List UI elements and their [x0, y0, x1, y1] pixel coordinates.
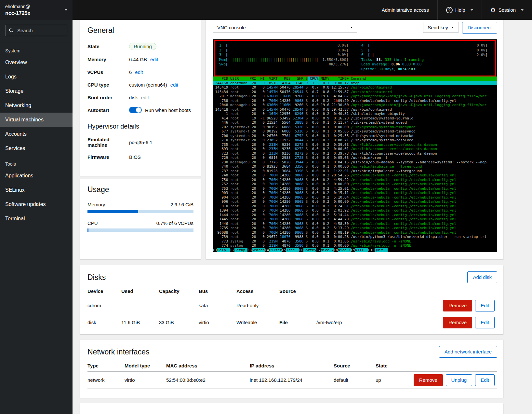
help-menu[interactable]: ? Help [438, 0, 482, 20]
admin-access-button[interactable]: Administrative access [373, 0, 437, 20]
field-value-cpu-type: custom (qemu64) [129, 82, 167, 88]
sidebar-item-services[interactable]: Services [0, 141, 73, 156]
search-input[interactable] [5, 25, 67, 36]
remove-button[interactable]: Remove [414, 374, 443, 386]
search-icon [9, 28, 13, 33]
network-interfaces-title: Network interfaces [87, 348, 149, 356]
autostart-toggle[interactable] [129, 107, 142, 113]
unplug-button[interactable]: Unplug [446, 374, 472, 386]
partial-card [80, 403, 503, 414]
htop-process-row: 904 root 20 0 700M 14280 9868 S 0.0 0.2 … [213, 195, 497, 200]
column-header-source: Source [334, 363, 376, 368]
htop-process-row: 903 root 20 0 700M 14280 9868 S 0.0 0.2 … [213, 191, 497, 195]
sidebar-item-networking[interactable]: Networking [0, 98, 73, 113]
sidebar-search [0, 20, 73, 42]
htop-process-row: 906 root 20 0 700M 14280 9868 S 0.0 0.2 … [213, 200, 497, 204]
field-value-memory: 6.44 GB [129, 57, 147, 62]
model-type-cell: virtio [125, 377, 166, 383]
remove-button[interactable]: Remove [443, 317, 472, 328]
sidebar-item-applications[interactable]: Applications [0, 169, 73, 183]
htop-process-row: 893 root 20 0 233M 9236 8272 S 0.0 0.2 0… [213, 147, 497, 151]
field-value-firmware: BIOS [129, 154, 141, 160]
htop-process-row: 750 root 20 0 700M 14280 9868 S 0.0 0.2 … [213, 178, 497, 182]
field-label-firmware: Firmware [87, 154, 129, 160]
htop-process-row: 708 systemd-n 20 0 26700 7704 6752 S 0.0… [213, 134, 497, 138]
field-label-emulated-machine: Emulated machine [87, 137, 129, 148]
network-interfaces-card: Network interfaces Add network interface… [80, 340, 503, 398]
htop-process-row: 735 root 20 0 233M 9236 8272 S 0.0 0.2 0… [213, 143, 497, 147]
send-key-dropdown[interactable]: Send key [423, 22, 459, 33]
edit-cpu-type-link[interactable]: edit [170, 82, 178, 88]
column-header-bus: Bus [199, 288, 236, 294]
host-name: ncc-1725x [5, 10, 30, 17]
add-disk-button[interactable]: Add disk [467, 271, 497, 283]
disk-row: disk11.6 GiB33 GiBvirtioWriteableFile/vm… [87, 314, 497, 331]
htop-process-row: 730 messagebu 20 0 7776 5028 3944 S 0.0 … [213, 160, 497, 165]
column-header-used: Used [121, 288, 159, 294]
field-label-cpu-type: CPU type [87, 82, 129, 88]
console-type-select[interactable]: VNC console [213, 22, 357, 33]
usage-card: Usage Memory 2.9 / 6 GiB CPU 0.7% of [80, 179, 201, 259]
bus-cell: sata [199, 303, 236, 308]
disks-card: Disks Add disk DeviceUsedCapacityBusAcce… [80, 265, 503, 334]
chevron-down-icon [65, 9, 67, 12]
chevron-down-icon [350, 27, 353, 29]
state-cell: up [376, 377, 414, 383]
chevron-down-icon [521, 9, 524, 12]
sidebar-item-overview[interactable]: Overview [0, 55, 73, 70]
console-card: VNC console Send key Disconnect [206, 20, 503, 259]
memory-progress-bar [87, 210, 193, 213]
edit-memory-link[interactable]: edit [150, 57, 158, 62]
edit-button[interactable]: Edit [475, 317, 495, 328]
htop-process-row: 145419 root 20 0 1457M 50476 28544 S 0.7… [213, 85, 497, 90]
disk-row: cdromsataRead-onlyRemoveEdit [87, 297, 497, 314]
device-cell: disk [87, 320, 121, 325]
sidebar-item-selinux[interactable]: SELinux [0, 183, 73, 197]
sidebar-item-software-updates[interactable]: Software updates [0, 197, 73, 212]
htop-header-highlight: 1[0.0%]2[0.0%]3[0.0%]Mem[|||||||||||||||… [214, 40, 496, 76]
autostart-label: Run when host boots [145, 107, 191, 113]
htop-process-row: 739 root 20 0 29672 18076 9988 S 0.0 0.3… [213, 235, 497, 239]
memory-usage-label: Memory [87, 202, 105, 207]
cpu-progress-bar [87, 228, 193, 232]
edit-button[interactable]: Edit [475, 300, 495, 311]
disconnect-button[interactable]: Disconnect [462, 22, 497, 34]
htop-process-row: 740 root 20 0 81928 3684 3356 S 0.0 0.1 … [213, 164, 497, 169]
field-value-boot-order: disk [129, 95, 138, 100]
column-header-access: Access [236, 288, 279, 294]
nav-section-tools: Tools [0, 156, 73, 169]
cockpit-page: ehofmann@ ncc-1725x Administrative acces… [0, 0, 532, 414]
sidebar-item-storage[interactable]: Storage [0, 84, 73, 98]
edit-boot-order-link[interactable]: edit [141, 95, 149, 100]
used-cell: 11.6 GiB [121, 320, 159, 325]
htop-process-row: 702 systemd-t 20 0 90192 6088 5320 S 0.0… [213, 125, 497, 130]
htop-process-row: 96088 root 20 0 700M 14280 9868 S 0.0 0.… [213, 230, 497, 235]
edit-vcpus-link[interactable]: edit [135, 69, 143, 75]
htop-process-row: 446 root 20 0 21524 5564 3888 S 0.0 0.1 … [213, 120, 497, 125]
field-label-state: State [87, 44, 129, 49]
capacity-cell: 33 GiB [159, 320, 199, 325]
htop-process-row: 1446 root 20 0 700M 14280 9868 S 0.0 0.2… [213, 222, 497, 226]
column-header-mac-address: MAC address [166, 363, 250, 368]
remove-button[interactable]: Remove [443, 300, 472, 311]
cpu-usage-label: CPU [87, 220, 98, 226]
htop-process-row: 1445 root 20 0 700M 14280 9868 S 0.0 0.2… [213, 217, 497, 222]
htop-process-row: 752 root 20 0 700M 14280 9868 S 0.0 0.2 … [213, 182, 497, 186]
sidebar-item-accounts[interactable]: Accounts [0, 127, 73, 141]
sidebar-item-terminal[interactable]: Terminal [0, 212, 73, 226]
sidebar-item-logs[interactable]: Logs [0, 70, 73, 84]
session-menu[interactable]: ⚙ Session [482, 0, 532, 20]
source-cell: default [334, 377, 376, 383]
vnc-console-screen[interactable]: 1[0.0%]2[0.0%]3[0.0%]Mem[|||||||||||||||… [213, 39, 497, 252]
vm-state-badge: Running [129, 43, 156, 50]
field-label-boot-order: Boot order [87, 95, 129, 100]
sidebar-item-virtual-machines[interactable]: Virtual machines [0, 113, 73, 127]
host-switcher[interactable]: ehofmann@ ncc-1725x [0, 0, 73, 20]
field-label-vcpus: vCPUs [87, 69, 129, 75]
htop-process-row: 2735 root 20 0 700M 14280 9868 S 0.0 0.2… [213, 226, 497, 230]
main-content: General StateRunningMemory6.44 GBeditvCP… [73, 20, 532, 414]
cpu-usage-value: 0.7% of 6 vCPUs [156, 220, 193, 226]
add-network-interface-button[interactable]: Add network interface [439, 346, 497, 358]
access-cell: Read-only [236, 303, 279, 308]
edit-button[interactable]: Edit [475, 374, 495, 386]
